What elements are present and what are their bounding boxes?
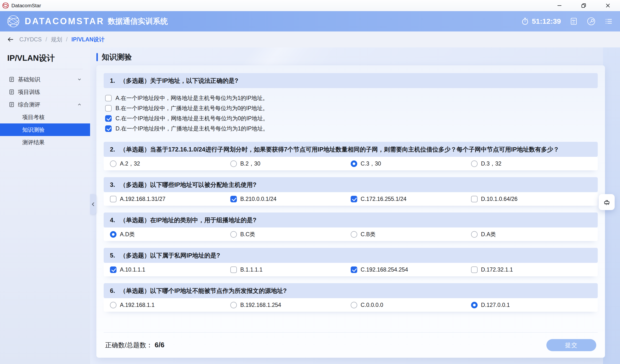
option-label: B.在一个IP地址段中，广播地址是主机号每位均为0的IP地址。	[116, 105, 268, 112]
quiz-option[interactable]: B.在一个IP地址段中，广播地址是主机号每位均为0的IP地址。	[105, 103, 596, 113]
quiz-option[interactable]: A.2，32	[110, 160, 230, 167]
sidebar-item-project-training[interactable]: 项目训练	[0, 86, 90, 98]
checkbox-checked-icon[interactable]	[105, 125, 112, 132]
report-button[interactable]	[570, 17, 578, 25]
brand-name: DATACOMSTAR	[25, 16, 104, 26]
option-label: B.C类	[240, 231, 255, 238]
option-list: A.2，32B.2，30C.3，30D.3，32	[104, 157, 598, 170]
radio-icon[interactable]	[351, 302, 357, 308]
checkbox-checked-icon[interactable]	[351, 266, 357, 273]
quiz-footer: 正确数/总题数：6/6 提交	[104, 332, 598, 358]
quiz-option[interactable]: C.172.16.255.1/24	[351, 196, 471, 202]
quiz-option[interactable]: A.192.168.1.31/27	[110, 196, 230, 202]
question-number: 3.	[110, 181, 115, 188]
quiz-option[interactable]: B.1.1.1.1	[230, 266, 351, 273]
checkbox-checked-icon[interactable]	[105, 115, 112, 122]
radio-icon[interactable]	[471, 231, 478, 238]
option-list: A.192.168.1.31/27B.210.0.0.1/24C.172.16.…	[104, 192, 598, 206]
option-label: D.3，32	[481, 160, 501, 167]
radio-checked-icon[interactable]	[351, 160, 357, 167]
checkbox-checked-icon[interactable]	[110, 266, 116, 273]
menu-button[interactable]	[604, 17, 613, 26]
quiz-option[interactable]: D.3，32	[471, 160, 591, 167]
radio-icon[interactable]	[230, 231, 237, 238]
option-label: C.172.16.255.1/24	[361, 196, 406, 202]
checkbox-icon[interactable]	[105, 105, 112, 112]
checkbox-icon[interactable]	[471, 266, 478, 273]
sidebar-item-label: 综合测评	[18, 101, 40, 108]
back-button[interactable]	[7, 36, 14, 43]
quiz-option[interactable]: D.在一个IP地址段中，广播地址是主机号每位均为1的IP地址。	[105, 123, 596, 134]
quiz-option[interactable]: B.192.168.1.254	[230, 302, 351, 308]
maximize-button[interactable]	[572, 0, 596, 11]
sidebar-item-project-exam[interactable]: 项目考核	[0, 111, 90, 123]
quiz-option[interactable]: C.0.0.0.0	[351, 302, 471, 308]
tools-button[interactable]	[587, 17, 596, 26]
question-header: 5.（多选题）以下属于私网IP地址的是?	[104, 248, 598, 263]
option-label: D.10.1.0.64/26	[481, 196, 518, 202]
minimize-button[interactable]	[547, 0, 572, 11]
checkbox-icon[interactable]	[105, 95, 112, 101]
quiz-option[interactable]: D.10.1.0.64/26	[471, 196, 591, 202]
option-label: A.192.168.1.1	[120, 302, 155, 308]
option-list: A.D类B.C类C.B类D.A类	[104, 228, 598, 241]
sidebar-item-comprehensive-assessment[interactable]: 综合测评	[0, 98, 90, 111]
question-header: 6.（单选题）以下哪个IP地址不能被节点作为所发报文的源地址?	[104, 283, 598, 298]
question-title: （多选题）以下哪些IP地址可以被分配给主机使用?	[120, 181, 256, 189]
clear-answers-button[interactable]	[599, 194, 615, 210]
option-label: A.192.168.1.31/27	[120, 196, 165, 202]
radio-icon[interactable]	[471, 160, 478, 167]
sidebar-item-assessment-results[interactable]: 测评结果	[0, 136, 90, 149]
quiz-option[interactable]: D.127.0.0.1	[471, 302, 591, 308]
quiz-option[interactable]: A.192.168.1.1	[110, 302, 230, 308]
radio-icon[interactable]	[110, 302, 116, 308]
radio-icon[interactable]	[230, 302, 237, 308]
timer-value: 51:12:39	[532, 17, 561, 25]
quiz-option[interactable]: C.192.168.254.254	[351, 266, 471, 273]
os-titlebar: DatacomStar	[0, 0, 620, 11]
quiz-option[interactable]: A.D类	[110, 231, 230, 238]
app-logo-red-globe-icon	[2, 2, 9, 9]
quiz-option[interactable]: C.在一个IP地址段中，网络地址是主机号每位均为0的IP地址。	[105, 113, 596, 123]
option-label: D.在一个IP地址段中，广播地址是主机号每位均为1的IP地址。	[116, 125, 268, 132]
submit-button[interactable]: 提交	[546, 339, 596, 351]
question-header: 2.（单选题）当基于172.16.1.0/24进行子网划分时，如果要获得7个节点…	[104, 142, 598, 157]
breadcrumb-item[interactable]: CJYDCS	[19, 36, 42, 43]
breadcrumb-item[interactable]: 规划	[51, 36, 62, 43]
sidebar-collapse-handle[interactable]	[90, 194, 96, 214]
checkbox-checked-icon[interactable]	[351, 196, 357, 202]
close-button[interactable]	[596, 0, 620, 11]
quiz-option[interactable]: B.210.0.0.1/24	[230, 196, 351, 202]
radio-checked-icon[interactable]	[110, 231, 116, 238]
menu-list-icon	[604, 17, 613, 26]
quiz-option[interactable]: A.10.1.1.1	[110, 266, 230, 273]
panel-title: 知识测验	[96, 52, 620, 62]
product-name: 数据通信实训系统	[108, 16, 168, 26]
radio-checked-icon[interactable]	[471, 302, 478, 308]
quiz-option[interactable]: C.B类	[351, 231, 471, 238]
document-icon	[9, 89, 15, 95]
quiz-option[interactable]: A.在一个IP地址段中，网络地址是主机号每位均为1的IP地址。	[105, 93, 596, 103]
option-label: D.172.32.1.1	[481, 266, 513, 273]
quiz-option[interactable]: D.A类	[471, 231, 591, 238]
quiz-option[interactable]: B.2，30	[230, 160, 351, 167]
radio-icon[interactable]	[110, 160, 116, 167]
checkbox-checked-icon[interactable]	[230, 196, 237, 202]
sidebar-item-knowledge-quiz[interactable]: 知识测验	[0, 123, 90, 136]
quiz-option[interactable]: B.C类	[230, 231, 351, 238]
quiz-option[interactable]: C.3，30	[351, 160, 471, 167]
option-label: D.A类	[481, 231, 496, 238]
checkbox-icon[interactable]	[110, 196, 116, 202]
checkbox-icon[interactable]	[230, 266, 237, 273]
report-icon	[570, 17, 578, 25]
radio-icon[interactable]	[230, 160, 237, 167]
radio-icon[interactable]	[351, 231, 357, 238]
option-label: A.10.1.1.1	[120, 266, 145, 273]
window-controls	[547, 0, 620, 11]
chevron-down-icon	[77, 77, 82, 82]
breadcrumb-item-current[interactable]: IP/VLAN设计	[71, 36, 105, 43]
option-label: C.192.168.254.254	[361, 266, 408, 273]
sidebar-item-basic-knowledge[interactable]: 基础知识	[0, 73, 90, 86]
quiz-option[interactable]: D.172.32.1.1	[471, 266, 591, 273]
checkbox-icon[interactable]	[471, 196, 478, 202]
